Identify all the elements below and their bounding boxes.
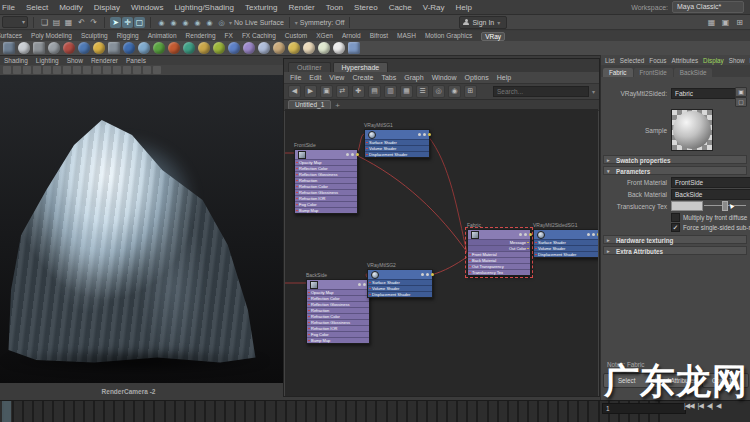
menu-item[interactable]: Toon bbox=[326, 3, 343, 12]
node-port[interactable]: Translucency Tex bbox=[468, 269, 530, 275]
menu-item[interactable]: File bbox=[2, 3, 15, 12]
node-backside[interactable]: BackSide Opacity MapReflection ColorRefl… bbox=[306, 272, 370, 344]
shelf-icon[interactable] bbox=[303, 42, 315, 54]
shelf-icon[interactable] bbox=[243, 42, 255, 54]
render-settings-icon[interactable]: ⊞ bbox=[734, 17, 745, 28]
window-tab[interactable]: Outliner bbox=[288, 62, 331, 72]
menu-item[interactable]: Render bbox=[288, 3, 314, 12]
shelf-tab[interactable]: VRay bbox=[481, 32, 505, 41]
attribute-editor[interactable]: ListSelectedFocusAttributesDisplayShowHe… bbox=[600, 55, 750, 400]
node-port[interactable]: Displacement Shader bbox=[534, 251, 598, 257]
menu-item[interactable]: Windows bbox=[131, 3, 163, 12]
multiply-front-diffuse-checkbox[interactable] bbox=[671, 213, 680, 222]
attribute-editor-menu-item[interactable]: Attributes bbox=[671, 57, 698, 64]
zoom-icon[interactable]: ◎ bbox=[432, 85, 445, 98]
workspace-selector[interactable]: Maya Classic* bbox=[672, 1, 744, 13]
ipr-render-icon[interactable]: ▣ bbox=[720, 17, 731, 28]
node-header[interactable] bbox=[534, 230, 598, 239]
grid-view-icon[interactable]: ▤ bbox=[368, 85, 381, 98]
shelf-tab[interactable]: Poly Modeling bbox=[31, 32, 72, 41]
shelf-icon[interactable] bbox=[258, 42, 270, 54]
menu-item[interactable]: Select bbox=[26, 3, 48, 12]
timeline-playhead[interactable] bbox=[2, 401, 11, 422]
shelf-tab[interactable]: FX bbox=[225, 32, 233, 41]
presets-button[interactable]: ▢ bbox=[735, 97, 747, 107]
section-extra-attributes[interactable]: ▸ Extra Attributes bbox=[603, 246, 747, 255]
node-header[interactable] bbox=[368, 270, 432, 279]
snap-plane-icon[interactable]: ◉ bbox=[192, 17, 203, 28]
hypershade-menu-item[interactable]: Window bbox=[432, 74, 457, 81]
hypershade-window[interactable]: OutlinerHypershade FileEditViewCreateTab… bbox=[283, 58, 600, 397]
shelf-icon[interactable] bbox=[18, 42, 30, 54]
viewport-menu-item[interactable]: Panels bbox=[126, 57, 146, 64]
focus-button[interactable]: ▣ bbox=[735, 87, 747, 97]
menu-item[interactable]: Cache bbox=[389, 3, 412, 12]
shelf-icon[interactable] bbox=[123, 42, 135, 54]
forward-icon[interactable]: ▶ bbox=[304, 85, 317, 98]
chevron-down-icon[interactable]: ▾ bbox=[229, 19, 232, 26]
hypershade-menu-item[interactable]: Create bbox=[352, 74, 373, 81]
shelf-icon[interactable] bbox=[288, 42, 300, 54]
back-material-field[interactable] bbox=[671, 189, 750, 200]
node-fabric[interactable]: Fabric MessageOut Color Front MaterialBa… bbox=[467, 222, 531, 276]
shelf-icon[interactable] bbox=[348, 42, 360, 54]
select-hierarchy-icon[interactable]: ✛ bbox=[122, 17, 133, 28]
save-scene-icon[interactable]: ▦ bbox=[63, 17, 74, 28]
shelf-tab[interactable]: XGen bbox=[316, 32, 333, 41]
section-parameters[interactable]: ▾ Parameters bbox=[603, 166, 747, 175]
shelf-icon[interactable] bbox=[213, 42, 225, 54]
shelf-icon[interactable] bbox=[33, 42, 45, 54]
snap-center-icon[interactable]: ◉ bbox=[204, 17, 215, 28]
output-port-icon[interactable] bbox=[529, 233, 532, 236]
chevron-down-icon[interactable]: ▾ bbox=[592, 88, 595, 95]
chevron-down-icon[interactable]: ▾ bbox=[295, 19, 298, 26]
shelf-icon[interactable] bbox=[168, 42, 180, 54]
snap-point-icon[interactable]: ◉ bbox=[180, 17, 191, 28]
node-port[interactable]: Bump Map bbox=[307, 337, 369, 343]
output-port-icon[interactable] bbox=[431, 273, 434, 276]
node-port[interactable]: Bump Map bbox=[295, 207, 357, 213]
shelf-icon[interactable] bbox=[3, 42, 15, 54]
section-hardware-texturing[interactable]: ▸ Hardware texturing bbox=[603, 235, 747, 244]
menu-item[interactable]: Help bbox=[456, 3, 472, 12]
list-view-icon[interactable]: ▥ bbox=[384, 85, 397, 98]
shelf-tab[interactable]: FX Caching bbox=[242, 32, 276, 41]
viewport-menu-item[interactable]: Renderer bbox=[91, 57, 118, 64]
hypershade-menu-item[interactable]: Help bbox=[497, 74, 511, 81]
add-node-icon[interactable]: ✚ bbox=[352, 85, 365, 98]
shelf-icon[interactable] bbox=[93, 42, 105, 54]
shelf-icon[interactable] bbox=[108, 42, 120, 54]
material-tab[interactable]: BackSide bbox=[674, 68, 713, 77]
hypershade-menu-item[interactable]: File bbox=[290, 74, 301, 81]
shelf-tab[interactable]: Bifrost bbox=[370, 32, 388, 41]
node-port[interactable]: Displacement Shader bbox=[368, 291, 432, 297]
translucency-color-swatch[interactable] bbox=[671, 201, 703, 211]
icons-view-icon[interactable]: ▦ bbox=[400, 85, 413, 98]
node-sg1[interactable]: VRayMtlSG1 Surface ShaderVolume ShaderDi… bbox=[364, 122, 430, 158]
node-sg3[interactable]: VRayMtl2SidedSG1 Surface ShaderVolume Sh… bbox=[533, 222, 598, 258]
shelf-tab[interactable]: Sculpting bbox=[81, 32, 108, 41]
section-swatch-properties[interactable]: ▸ Swatch properties bbox=[603, 155, 747, 164]
node-sg2[interactable]: VRayMtlSG2 Surface ShaderVolume ShaderDi… bbox=[367, 262, 433, 298]
shelf-tab[interactable]: Motion Graphics bbox=[425, 32, 472, 41]
material-tab[interactable]: Fabric bbox=[603, 68, 633, 77]
material-tab[interactable]: FrontSide bbox=[634, 68, 673, 77]
selection-mask-dropdown[interactable]: ▾ bbox=[2, 16, 28, 28]
force-single-sided-checkbox[interactable]: ✓ bbox=[671, 223, 680, 232]
viewport-menu-item[interactable]: Show bbox=[67, 57, 83, 64]
attribute-editor-menu-item[interactable]: Selected bbox=[620, 57, 645, 64]
shelf-icon[interactable] bbox=[63, 42, 75, 54]
shelf-icon[interactable] bbox=[318, 42, 330, 54]
shelf-tab[interactable]: Curves/Surfaces bbox=[0, 32, 22, 41]
node-frontside[interactable]: FrontSide Opacity MapReflection ColorRef… bbox=[294, 142, 358, 214]
node-graph[interactable]: FrontSide Opacity MapReflection ColorRef… bbox=[285, 109, 598, 396]
shelf-icon[interactable] bbox=[153, 42, 165, 54]
graph-selected-icon[interactable]: ▣ bbox=[320, 85, 333, 98]
hypershade-menu-item[interactable]: Options bbox=[465, 74, 489, 81]
snap-grid-icon[interactable]: ◉ bbox=[156, 17, 167, 28]
material-sample-swatch[interactable] bbox=[671, 109, 713, 151]
shelf-icon[interactable] bbox=[78, 42, 90, 54]
node-header[interactable] bbox=[468, 230, 530, 239]
back-icon[interactable]: ◀ bbox=[288, 85, 301, 98]
front-material-field[interactable] bbox=[671, 177, 750, 188]
